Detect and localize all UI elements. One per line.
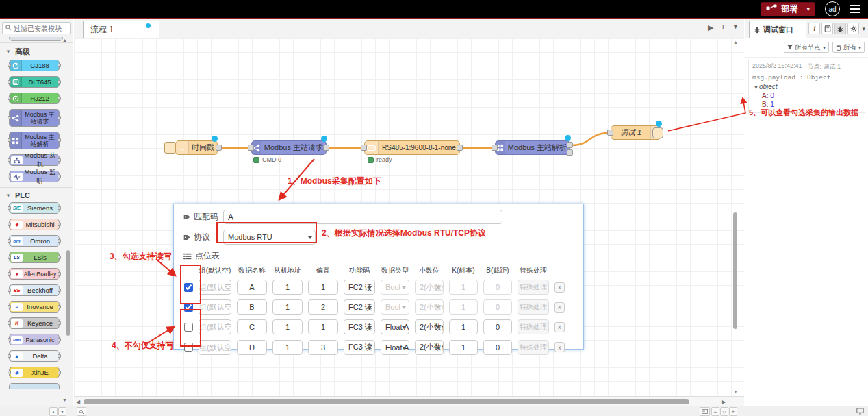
- decimal-select[interactable]: 2(小数位: [415, 319, 444, 334]
- palette-node-siemens[interactable]: SIE Siemens: [9, 202, 60, 214]
- main-menu-icon[interactable]: [850, 5, 860, 13]
- b-intercept-input[interactable]: [483, 280, 512, 295]
- debug-tab-button[interactable]: [834, 23, 846, 34]
- offset-input[interactable]: [308, 299, 338, 315]
- debug-toggle-button[interactable]: [652, 127, 663, 138]
- b-intercept-input[interactable]: [483, 340, 512, 355]
- rw-checkbox[interactable]: [184, 303, 193, 312]
- rw-checkbox[interactable]: [184, 323, 193, 332]
- palette-search-input[interactable]: [14, 25, 67, 32]
- tab-debug-window[interactable]: 调试窗口: [749, 21, 806, 38]
- k-slope-input[interactable]: [449, 319, 478, 334]
- clear-debug-button[interactable]: 所有▾: [832, 42, 865, 53]
- tree-collapse-icon[interactable]: ▼: [754, 85, 758, 90]
- canvas-horizontal-scrollbar[interactable]: ◀ ▶: [74, 396, 744, 406]
- decimal-select[interactable]: 2(小数位: [415, 280, 444, 295]
- slave-address-input[interactable]: [272, 299, 303, 315]
- hscroll-thumb[interactable]: [84, 399, 689, 404]
- special-handle-button[interactable]: 特殊处理: [518, 340, 549, 355]
- special-handle-button[interactable]: 特殊处理: [518, 299, 549, 315]
- delete-row-button[interactable]: x: [554, 302, 565, 313]
- data-name-input[interactable]: [237, 299, 267, 315]
- user-avatar[interactable]: ad: [825, 1, 840, 16]
- slave-address-input[interactable]: [272, 340, 303, 355]
- filter-nodes-button[interactable]: 所有节点▾: [784, 42, 829, 53]
- protocol-select[interactable]: Modbus RTU: [223, 230, 316, 245]
- palette-scroll-down-icon[interactable]: ▼: [62, 397, 67, 402]
- palette-node-hj212[interactable]: HJ212: [9, 93, 60, 104]
- data-type-select[interactable]: Bool: [381, 280, 409, 295]
- node-modbus-master-request[interactable]: Modbus 主站请求: [251, 140, 327, 155]
- function-code-select[interactable]: FC3 读: [344, 340, 375, 355]
- palette-node-partial-bottom[interactable]: [9, 383, 60, 389]
- palette-search[interactable]: [2, 22, 71, 34]
- sidebar-menu-caret-icon[interactable]: ▾: [862, 25, 865, 32]
- palette-node-inovance[interactable]: ≈ Inovance: [9, 301, 60, 313]
- k-slope-input[interactable]: [449, 299, 478, 315]
- scroll-right-icon[interactable]: ▶: [722, 399, 726, 405]
- palette-scrollbar[interactable]: [66, 250, 70, 336]
- special-handle-button[interactable]: 特殊处理: [518, 319, 549, 334]
- help-tab-button[interactable]: [821, 23, 833, 34]
- zoom-out-button[interactable]: −: [711, 407, 719, 416]
- palette-node-delta[interactable]: ▲ Delta: [9, 350, 60, 362]
- delete-row-button[interactable]: x: [554, 282, 565, 293]
- canvas-search-button[interactable]: [77, 407, 86, 416]
- data-type-select[interactable]: Float AI: [381, 340, 409, 355]
- device-monitor-icon[interactable]: [856, 408, 864, 416]
- palette-node-beckhoff[interactable]: BE Beckhoff: [9, 284, 60, 296]
- slave-address-input[interactable]: [272, 319, 303, 334]
- group-input[interactable]: [199, 280, 231, 295]
- palette-node-allenbradley[interactable]: ● AllenBradley: [9, 268, 60, 280]
- output-port[interactable]: [216, 145, 222, 151]
- rw-checkbox[interactable]: [184, 343, 193, 352]
- zoom-in-button[interactable]: +: [729, 407, 737, 416]
- group-input[interactable]: [199, 319, 231, 334]
- palette-node-lsis[interactable]: LS LSis: [9, 252, 60, 263]
- node-inject-timestamp[interactable]: → 时间戳: [175, 140, 218, 155]
- palette-node-partial-top[interactable]: [9, 37, 63, 41]
- deploy-button[interactable]: 部署 ▾: [761, 2, 815, 16]
- function-code-select[interactable]: FC2 读: [344, 280, 375, 295]
- palette-node-xinje[interactable]: ◆ XinJE: [9, 367, 60, 378]
- b-intercept-input[interactable]: [483, 299, 512, 315]
- data-type-select[interactable]: Bool: [381, 299, 409, 315]
- slave-address-input[interactable]: [272, 280, 303, 295]
- flow-canvas[interactable]: → 时间戳 Modbus 主站请求 CMD 0 RS485-1:9600-8-1…: [74, 38, 744, 396]
- delete-row-button[interactable]: x: [554, 342, 565, 352]
- offset-input[interactable]: [308, 280, 338, 295]
- palette-collapse-down-button[interactable]: ▼: [58, 407, 66, 416]
- zoom-reset-button[interactable]: ○: [720, 407, 728, 416]
- palette-scroll-up-icon[interactable]: ▲: [62, 38, 67, 42]
- palette-node-modbus-master-parse[interactable]: Modbus 主站解析: [9, 132, 60, 149]
- group-input[interactable]: [199, 340, 231, 355]
- tab-flow-1[interactable]: 流程 1: [83, 21, 159, 38]
- delete-row-button[interactable]: x: [554, 322, 565, 332]
- output-port-1[interactable]: [567, 142, 573, 148]
- data-name-input[interactable]: [237, 340, 267, 355]
- k-slope-input[interactable]: [449, 280, 478, 295]
- input-port[interactable]: [492, 145, 498, 151]
- palette-node-modbus-slave[interactable]: Modbus 从机: [9, 154, 60, 166]
- data-name-input[interactable]: [237, 319, 267, 334]
- rw-checkbox[interactable]: [184, 283, 193, 292]
- palette-node-modbus-master-request[interactable]: Modbus 主站请求: [9, 109, 60, 127]
- inject-trigger-button[interactable]: [164, 142, 176, 154]
- canvas-vertical-scrollbar[interactable]: [733, 212, 737, 329]
- palette-section-advanced[interactable]: ▼高级: [0, 42, 73, 60]
- palette-node-modbus-listen[interactable]: Modbus 监听: [9, 171, 60, 182]
- canvas-scroll-down-icon[interactable]: ▼: [733, 389, 738, 394]
- function-code-select[interactable]: FC2 读: [344, 299, 375, 315]
- palette-node-dlt645[interactable]: DLT645: [9, 76, 60, 88]
- input-port[interactable]: [607, 130, 613, 136]
- decimal-select[interactable]: 2(小数位: [415, 299, 444, 315]
- tab-scroll-right-icon[interactable]: ▶: [708, 23, 713, 32]
- navigator-button[interactable]: [700, 407, 710, 416]
- config-tab-button[interactable]: [847, 23, 859, 34]
- palette-node-panasonic[interactable]: Pan Panasonic: [9, 334, 60, 345]
- palette-section-plc[interactable]: ▼PLC: [0, 187, 73, 202]
- offset-input[interactable]: [308, 319, 338, 334]
- function-code-select[interactable]: FC3 读: [344, 319, 375, 334]
- flow-list-icon[interactable]: ▼: [732, 23, 739, 32]
- palette-collapse-up-button[interactable]: ▲: [49, 407, 58, 416]
